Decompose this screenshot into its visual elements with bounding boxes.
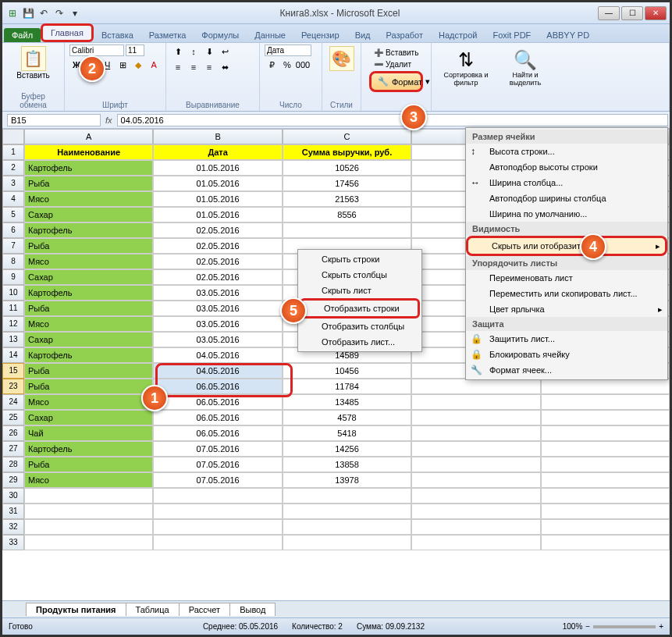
cell-date[interactable]: 01.05.2016 [153, 207, 282, 222]
row-header[interactable]: 11 [2, 301, 24, 316]
row-header[interactable]: 28 [2, 457, 24, 472]
cell[interactable] [541, 488, 670, 504]
row-header[interactable]: 31 [2, 504, 24, 519]
cell-name[interactable]: Сахар [24, 332, 153, 347]
align-bot-icon[interactable]: ⬇ [202, 44, 216, 59]
tab-data[interactable]: Данные [247, 28, 293, 42]
cell-date[interactable]: 01.05.2016 [153, 176, 282, 191]
font-name-combo[interactable]: Calibri [69, 44, 124, 56]
cell-name[interactable]: Сахар [24, 410, 153, 425]
dd-auto-row-height[interactable]: Автоподбор высоты строки [466, 159, 667, 175]
zoom-out-icon[interactable]: − [585, 622, 590, 631]
cell-name[interactable]: Картофель [24, 347, 153, 363]
cell-date[interactable]: 03.05.2016 [153, 285, 282, 301]
cell-name[interactable] [24, 519, 153, 535]
cell-name[interactable]: Картофель [24, 160, 153, 176]
zoom-in-icon[interactable]: + [659, 622, 663, 631]
sheet-tab[interactable]: Таблица [126, 603, 180, 616]
ctx-hide-cols[interactable]: Скрыть столбцы [300, 267, 420, 283]
qat-dropdown-icon[interactable]: ▾ [68, 6, 82, 20]
row-header[interactable]: 7 [2, 238, 24, 254]
formula-bar[interactable] [117, 114, 668, 126]
cell-name[interactable]: Мясо [24, 316, 153, 332]
row-header[interactable]: 25 [2, 410, 24, 425]
cell-date[interactable]: 02.05.2016 [153, 254, 282, 269]
header-cell[interactable]: Дата [153, 144, 282, 160]
cell-name[interactable] [24, 488, 153, 504]
cell[interactable] [411, 457, 540, 472]
redo-icon[interactable]: ↷ [52, 6, 66, 20]
sheet-tab[interactable]: Продукты питания [26, 603, 126, 616]
dd-lock-cell[interactable]: 🔒Блокировать ячейку [466, 347, 667, 362]
cell-name[interactable]: Рыба [24, 238, 153, 254]
row-header[interactable]: 12 [2, 316, 24, 332]
tab-home[interactable]: Главная [41, 23, 94, 42]
align-mid-icon[interactable]: ↕ [187, 44, 201, 59]
delete-cells-button[interactable]: ➖Удалит [369, 59, 423, 69]
number-format-combo[interactable]: Дата [265, 44, 311, 56]
row-header[interactable]: 3 [2, 176, 24, 191]
row-header[interactable]: 27 [2, 441, 24, 457]
tab-addins[interactable]: Надстрой [431, 28, 485, 42]
cell[interactable] [411, 488, 540, 504]
styles-button[interactable]: 🎨 [327, 44, 356, 73]
cell-sum[interactable]: 5418 [283, 425, 411, 441]
cell[interactable] [541, 504, 670, 519]
find-select-button[interactable]: 🔍 Найти и выделить [499, 48, 552, 88]
ctx-show-rows[interactable]: Отобразить строки [300, 298, 420, 318]
row-header[interactable]: 13 [2, 332, 24, 347]
cell-name[interactable]: Мясо [24, 254, 153, 269]
tab-view[interactable]: Вид [347, 28, 379, 42]
cell-name[interactable]: Мясо [24, 394, 153, 410]
row-header[interactable]: 24 [2, 394, 24, 410]
cell-name[interactable]: Картофель [24, 441, 153, 457]
cell-name[interactable]: Мясо [24, 191, 153, 207]
cell[interactable] [541, 472, 670, 488]
cell[interactable] [541, 425, 670, 441]
cell[interactable] [541, 457, 670, 472]
percent-icon[interactable]: % [280, 58, 294, 72]
row-header[interactable]: 5 [2, 207, 24, 222]
cell[interactable] [411, 441, 540, 457]
maximize-button[interactable]: ☐ [621, 6, 643, 20]
cell-name[interactable] [24, 504, 153, 519]
cell-date[interactable]: 06.05.2016 [153, 410, 282, 425]
insert-cells-button[interactable]: ➕Вставить [369, 48, 423, 58]
sheet-tab[interactable]: Вывод [229, 603, 276, 616]
cell-name[interactable]: Рыба [24, 379, 153, 394]
tab-foxit[interactable]: Foxit PDF [485, 28, 539, 42]
cell-date[interactable] [153, 519, 282, 535]
row-header[interactable]: 26 [2, 425, 24, 441]
cell-sum[interactable]: 13858 [283, 457, 411, 472]
sheet-tab[interactable]: Рассчет [179, 603, 231, 616]
dd-hide-show[interactable]: Скрыть или отобразить▸ [466, 236, 667, 256]
cell-date[interactable]: 01.05.2016 [153, 191, 282, 207]
comma-icon[interactable]: 000 [296, 58, 310, 72]
cell-date[interactable]: 07.05.2016 [153, 472, 282, 488]
cell-name[interactable]: Рыба [24, 301, 153, 316]
cell[interactable] [541, 410, 670, 425]
fx-icon[interactable]: fx [105, 116, 112, 125]
cell-name[interactable]: Картофель [24, 285, 153, 301]
row-header[interactable]: 1 [2, 144, 24, 160]
tab-file[interactable]: Файл [4, 28, 41, 42]
cell-date[interactable]: 01.05.2016 [153, 160, 282, 176]
save-icon[interactable]: 💾 [21, 6, 35, 20]
ctx-show-sheet[interactable]: Отобразить лист... [300, 334, 420, 350]
cell-name[interactable]: Рыба [24, 457, 153, 472]
cell-sum[interactable]: 10526 [283, 160, 411, 176]
dd-row-height[interactable]: ↕Высота строки... [466, 144, 667, 159]
dd-tab-color[interactable]: Цвет ярлычка▸ [466, 301, 667, 317]
row-header[interactable]: 2 [2, 160, 24, 176]
cell-sum[interactable]: 13978 [283, 472, 411, 488]
fill-color-button[interactable]: ◆ [131, 58, 145, 72]
cell-date[interactable]: 02.05.2016 [153, 269, 282, 285]
cell-date[interactable]: 07.05.2016 [153, 457, 282, 472]
cell-sum[interactable]: 17456 [283, 176, 411, 191]
cell-date[interactable]: 03.05.2016 [153, 301, 282, 316]
col-header[interactable]: C [283, 129, 411, 144]
tab-developer[interactable]: Разработ [379, 28, 431, 42]
close-button[interactable]: ✕ [645, 6, 667, 20]
cell-sum[interactable]: 13485 [283, 394, 411, 410]
dd-protect-sheet[interactable]: 🔒Защитить лист... [466, 331, 667, 347]
